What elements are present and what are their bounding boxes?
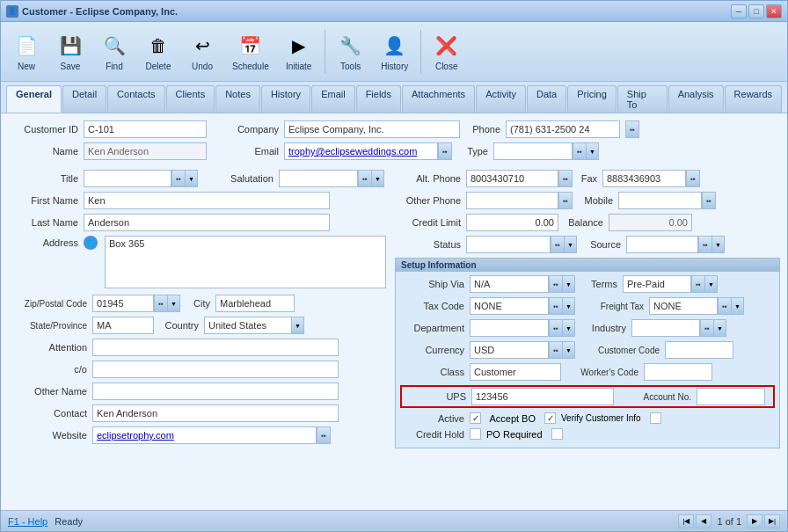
initiate-button[interactable]: ▶ Initiate	[279, 28, 319, 75]
po-required-checkbox[interactable]	[551, 428, 563, 440]
nav-prev-button[interactable]: ◀	[696, 514, 711, 528]
country-input[interactable]	[204, 317, 292, 334]
fax-input[interactable]	[602, 170, 686, 187]
nav-last-button[interactable]: ▶|	[764, 514, 780, 528]
tab-activity[interactable]: Activity	[476, 85, 526, 113]
minimize-button[interactable]: ─	[731, 4, 747, 18]
tab-contacts[interactable]: Contacts	[107, 85, 164, 113]
credit-limit-input[interactable]	[466, 214, 558, 231]
customer-code-input[interactable]	[665, 341, 733, 359]
address-input[interactable]: Box 365	[105, 236, 386, 288]
website-input[interactable]	[92, 426, 317, 444]
history-button[interactable]: 👤 History	[375, 28, 415, 75]
currency-arrow[interactable]: ▼	[563, 341, 575, 359]
terms-arrow[interactable]: ▼	[705, 275, 718, 293]
source-expand-btn[interactable]: ▪▪	[698, 236, 712, 253]
status-input[interactable]	[466, 236, 551, 253]
dept-arrow[interactable]: ▼	[563, 319, 575, 337]
type-expand-button[interactable]: ▪▪	[573, 142, 587, 160]
contact-input[interactable]	[92, 404, 339, 422]
mobile-expand-btn[interactable]: ▪▪	[702, 192, 716, 209]
title-arrow[interactable]: ▼	[186, 170, 198, 187]
nav-first-button[interactable]: |◀	[678, 514, 694, 528]
tab-pricing[interactable]: Pricing	[567, 85, 617, 113]
source-input[interactable]	[626, 236, 698, 253]
tab-attachments[interactable]: Attachments	[402, 85, 475, 113]
website-expand-btn[interactable]: ▪▪	[317, 426, 331, 444]
title-input[interactable]	[84, 170, 171, 187]
industry-expand-btn[interactable]: ▪▪	[700, 319, 714, 337]
freight-tax-input[interactable]	[649, 297, 718, 315]
type-arrow[interactable]: ▼	[587, 142, 599, 160]
tab-email[interactable]: Email	[311, 85, 355, 113]
zip-expand-btn[interactable]: ▪▪	[154, 295, 168, 312]
attention-input[interactable]	[92, 339, 339, 356]
zip-arrow[interactable]: ▼	[168, 295, 180, 312]
class-input[interactable]	[470, 363, 561, 381]
email-expand-button[interactable]: ▪▪	[438, 142, 452, 160]
salutation-arrow[interactable]: ▼	[372, 170, 384, 187]
taxcode-arrow[interactable]: ▼	[563, 297, 575, 315]
tab-data[interactable]: Data	[527, 85, 566, 113]
source-arrow[interactable]: ▼	[712, 236, 725, 253]
salutation-input[interactable]	[279, 170, 358, 187]
zip-input[interactable]	[92, 295, 154, 312]
customer-id-input[interactable]	[84, 120, 207, 138]
currency-expand-btn[interactable]: ▪▪	[549, 341, 563, 359]
tab-fields[interactable]: Fields	[356, 85, 401, 113]
delete-button[interactable]: 🗑 Delete	[138, 28, 179, 75]
otherphone-expand-btn[interactable]: ▪▪	[558, 192, 573, 209]
tab-analysis[interactable]: Analysis	[668, 85, 724, 113]
active-checkbox[interactable]	[470, 412, 481, 424]
terms-expand-btn[interactable]: ▪▪	[691, 275, 705, 293]
company-input[interactable]	[284, 120, 460, 138]
taxcode-expand-btn[interactable]: ▪▪	[549, 297, 563, 315]
firstname-input[interactable]	[84, 192, 330, 209]
altphone-input[interactable]	[466, 170, 558, 187]
ship-via-arrow[interactable]: ▼	[563, 275, 575, 293]
tab-detail[interactable]: Detail	[62, 85, 106, 113]
fax-expand-btn[interactable]: ▪▪	[686, 170, 700, 187]
dept-input[interactable]	[470, 319, 549, 337]
find-button[interactable]: 🔍 Find	[94, 28, 135, 75]
maximize-button[interactable]: □	[748, 4, 764, 18]
account-no-input[interactable]	[697, 388, 765, 405]
nav-next-button[interactable]: ▶	[747, 514, 762, 528]
close-button[interactable]: ❌ Close	[427, 28, 467, 75]
globe-button[interactable]: 🌐	[84, 236, 98, 250]
phone-input[interactable]	[506, 120, 620, 138]
salutation-expand-btn[interactable]: ▪▪	[358, 170, 372, 187]
verify-checkbox[interactable]	[650, 412, 661, 424]
status-expand-btn[interactable]: ▪▪	[551, 236, 565, 253]
close-window-button[interactable]: ✕	[766, 4, 782, 18]
industry-input[interactable]	[631, 319, 700, 337]
title-expand-btn[interactable]: ▪▪	[171, 170, 186, 187]
industry-arrow[interactable]: ▼	[714, 319, 726, 337]
email-input[interactable]	[284, 142, 438, 160]
lastname-input[interactable]	[84, 214, 330, 231]
tab-history[interactable]: History	[261, 85, 310, 113]
dept-expand-btn[interactable]: ▪▪	[549, 319, 563, 337]
state-input[interactable]	[92, 317, 154, 334]
accept-bo-checkbox[interactable]	[544, 412, 556, 424]
tab-clients[interactable]: Clients	[166, 85, 215, 113]
tab-notes[interactable]: Notes	[215, 85, 260, 113]
schedule-button[interactable]: 📅 Schedule	[226, 28, 275, 75]
save-button[interactable]: 💾 Save	[50, 28, 91, 75]
city-input[interactable]	[215, 295, 295, 312]
mobile-input[interactable]	[618, 192, 702, 209]
balance-input[interactable]	[609, 214, 692, 231]
help-link[interactable]: F1 - Help	[8, 516, 47, 527]
workers-code-input[interactable]	[644, 363, 712, 381]
status-arrow[interactable]: ▼	[565, 236, 577, 253]
terms-input[interactable]	[623, 275, 691, 293]
type-input[interactable]	[493, 142, 573, 160]
ups-input[interactable]	[471, 388, 614, 405]
tab-rewards[interactable]: Rewards	[725, 85, 782, 113]
country-arrow[interactable]: ▼	[292, 317, 304, 334]
tab-ship-to[interactable]: Ship To	[617, 85, 668, 113]
ship-via-expand-btn[interactable]: ▪▪	[549, 275, 563, 293]
undo-button[interactable]: ↩ Undo	[182, 28, 223, 75]
co-input[interactable]	[92, 361, 339, 378]
freight-tax-expand-btn[interactable]: ▪▪	[718, 297, 732, 315]
